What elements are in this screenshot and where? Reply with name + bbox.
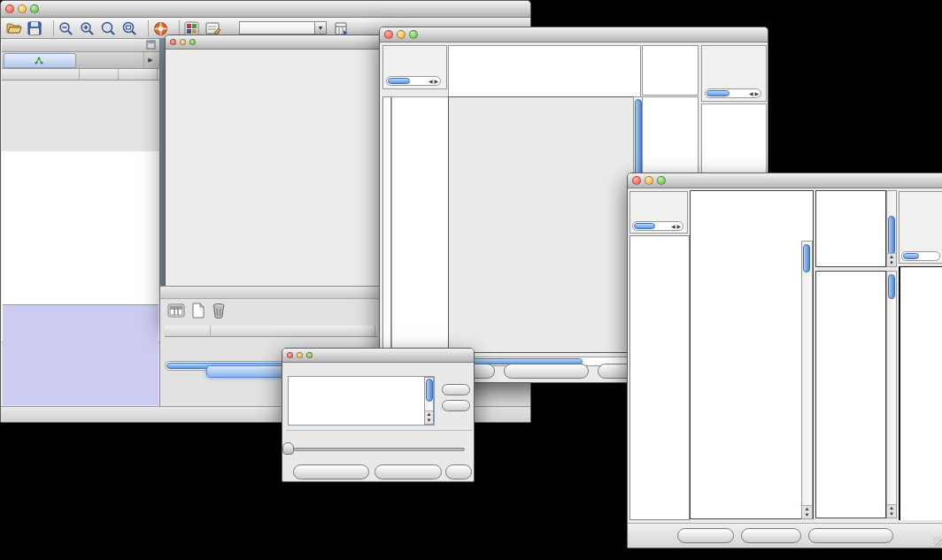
network-view-window <box>165 35 390 324</box>
new-attribute-icon[interactable] <box>190 303 206 318</box>
overview-canvas[interactable] <box>3 305 157 404</box>
move-down-button[interactable] <box>442 400 470 411</box>
tv2-status-scrollbar[interactable]: ◀ ▶ <box>632 221 683 231</box>
tv2-heatmap-canvas[interactable] <box>691 241 801 519</box>
tv1-status-scroll-thumb[interactable] <box>388 78 410 84</box>
tv1-status-scrollbar[interactable]: ◀ ▶ <box>386 76 441 86</box>
tv2-status-scroll-thumb[interactable] <box>634 223 655 229</box>
col-edges[interactable] <box>119 69 158 80</box>
tv2-labels-scroll-thumb[interactable] <box>888 216 895 255</box>
zoom-in-icon[interactable] <box>80 21 96 35</box>
scroll-arrows[interactable]: ◀ ▶ <box>671 222 681 231</box>
main-titlebar[interactable] <box>1 1 530 18</box>
desktop: ▼ ▶ <box>0 0 942 560</box>
done-button[interactable] <box>445 464 472 479</box>
close-button[interactable] <box>384 30 393 39</box>
close-button[interactable] <box>287 352 293 358</box>
tv1-column-dendrogram[interactable] <box>448 45 641 97</box>
tv1-export-graphics-button[interactable] <box>504 364 589 379</box>
tv1-global-overview-strip[interactable] <box>382 96 391 353</box>
search-dropdown-arrow[interactable]: ▼ <box>315 21 327 35</box>
tv2-labels-scroll-arrows[interactable]: ▲▼ <box>887 253 896 266</box>
attribute-list-scrollbar[interactable]: ▲▼ <box>424 377 434 425</box>
zoom-button[interactable] <box>306 352 313 358</box>
network-overview-panel[interactable] <box>3 304 158 405</box>
treeview2-titlebar[interactable] <box>628 173 942 188</box>
tv2-heatmap-vscrollbar[interactable]: ▲▼ <box>801 241 813 519</box>
scroll-arrows[interactable]: ◀ ▶ <box>429 77 438 86</box>
search-input[interactable] <box>239 21 315 35</box>
create-vizmap-button[interactable] <box>374 464 442 479</box>
help-lifesaver-icon[interactable] <box>153 21 169 35</box>
scroll-arrows[interactable]: ◀ ▶ <box>749 89 759 98</box>
treeview1-titlebar[interactable] <box>380 27 768 42</box>
save-icon[interactable] <box>27 21 43 35</box>
resize-grip[interactable] <box>933 536 942 547</box>
close-button[interactable] <box>170 39 176 45</box>
tv2-labels-scrollbar[interactable]: ▲▼ <box>886 190 897 267</box>
window-controls[interactable] <box>5 4 39 13</box>
tv1-heatmap-canvas[interactable] <box>448 96 634 353</box>
tab-overflow-arrow[interactable]: ▶ <box>143 52 157 68</box>
delete-attribute-trash-icon[interactable] <box>212 303 226 318</box>
tv2-button-bar <box>628 523 942 548</box>
tab-network[interactable] <box>4 53 76 68</box>
data-col-attr[interactable] <box>211 326 375 336</box>
zoom-button[interactable] <box>189 39 196 45</box>
tv2-zoom-scroll-arrows[interactable]: ▲▼ <box>887 504 896 518</box>
tv2-save-data-button[interactable] <box>741 528 801 543</box>
attribute-scroll-thumb[interactable] <box>426 379 433 402</box>
data-col-id[interactable] <box>165 326 211 336</box>
tv2-zoom-heatmap-canvas[interactable] <box>815 271 886 518</box>
dialog-titlebar[interactable] <box>282 349 474 363</box>
minimize-button[interactable] <box>397 30 405 39</box>
minimize-button[interactable] <box>297 352 303 358</box>
tv2-vscroll-thumb[interactable] <box>803 244 810 272</box>
zoom-button[interactable] <box>657 176 666 185</box>
col-nodes[interactable] <box>80 69 119 80</box>
close-button[interactable] <box>5 4 14 13</box>
tv2-export-graphics-button[interactable] <box>808 528 893 543</box>
zoom-button[interactable] <box>30 4 39 13</box>
zoom-button[interactable] <box>409 30 418 39</box>
network-view-titlebar[interactable] <box>166 35 390 50</box>
float-panel-icon[interactable] <box>146 40 156 50</box>
import-table-icon[interactable] <box>334 21 350 35</box>
tv1-correlation-matrix[interactable] <box>645 106 689 150</box>
tv2-usage-scroll-thumb[interactable] <box>903 253 919 259</box>
move-up-button[interactable] <box>442 384 470 395</box>
tv2-column-labels <box>815 190 886 267</box>
tv2-zoom-vscrollbar[interactable]: ▲▼ <box>886 271 897 518</box>
tv2-settings-button[interactable] <box>677 528 734 543</box>
select-attributes-icon[interactable] <box>167 303 185 318</box>
minimize-button[interactable] <box>180 39 186 45</box>
minimize-button[interactable] <box>18 4 27 13</box>
zoom-selected-icon[interactable] <box>122 21 138 35</box>
zoom-fit-icon[interactable] <box>101 21 117 35</box>
animate-vizmap-button[interactable] <box>293 464 369 479</box>
tv1-usage-scroll-thumb[interactable] <box>706 90 730 96</box>
tv2-vscroll-arrows[interactable]: ▲▼ <box>802 505 812 518</box>
attribute-scroll-arrows[interactable]: ▲▼ <box>425 410 433 424</box>
attribute-listbox[interactable]: ▲▼ <box>288 376 435 426</box>
tv2-gene-list[interactable] <box>899 266 942 520</box>
open-folder-icon[interactable] <box>6 21 22 35</box>
annotation-icon[interactable] <box>205 21 221 35</box>
minimize-button[interactable] <box>645 176 653 185</box>
tab-vizmapper[interactable] <box>76 52 143 68</box>
network-canvas[interactable] <box>166 50 388 322</box>
tv1-usage-scrollbar[interactable]: ◀ ▶ <box>705 88 761 98</box>
col-network[interactable] <box>2 69 80 80</box>
tv1-column-labels <box>642 45 699 96</box>
network-tab-icon <box>35 57 43 65</box>
tv2-zoom-scroll-thumb[interactable] <box>888 274 895 299</box>
animation-slider-track[interactable] <box>293 448 465 451</box>
tv1-row-dendrogram[interactable] <box>391 96 448 353</box>
tv2-usage-scrollbar[interactable] <box>901 251 940 261</box>
tv2-row-dendrogram[interactable] <box>629 235 690 520</box>
zoom-out-icon[interactable] <box>58 21 74 35</box>
tv2-view-status-panel: ◀ ▶ <box>629 191 688 234</box>
close-button[interactable] <box>632 176 641 185</box>
plugins-icon[interactable] <box>184 21 200 35</box>
animation-slider-thumb[interactable] <box>282 442 294 455</box>
